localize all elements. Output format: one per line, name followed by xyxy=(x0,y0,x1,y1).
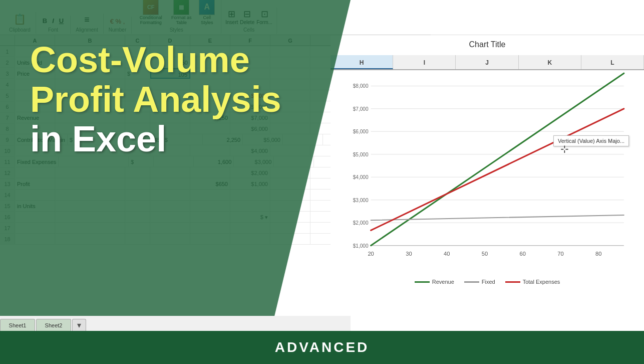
legend-label-fixed: Fixed xyxy=(482,279,495,285)
cursor-icon: ⊹ xyxy=(560,143,569,155)
legend-line-total-expenses xyxy=(505,281,520,283)
svg-text:70: 70 xyxy=(557,251,563,257)
bottom-bar: ADVANCED xyxy=(0,331,644,364)
sheet-tab-1[interactable]: Sheet1 xyxy=(0,319,35,331)
svg-text:60: 60 xyxy=(520,251,526,257)
svg-line-20 xyxy=(371,215,624,220)
main-container: 📋 Clipboard B I U Font ≡ Alignment xyxy=(0,0,644,364)
legend-total-expenses: Total Expenses xyxy=(505,279,560,285)
svg-text:$4,000: $4,000 xyxy=(353,174,369,180)
svg-text:$8,000: $8,000 xyxy=(353,83,369,89)
svg-text:40: 40 xyxy=(444,251,450,257)
chart-area: Chart Title $9,000 $8,000 $7,000 xyxy=(331,35,644,331)
add-sheet-button[interactable]: ▾ xyxy=(72,319,86,331)
legend-revenue: Revenue xyxy=(415,279,454,285)
svg-text:$3,000: $3,000 xyxy=(353,198,369,203)
col-header-J: J xyxy=(456,55,518,69)
chart-title: Chart Title xyxy=(341,40,634,49)
svg-text:$6,000: $6,000 xyxy=(353,129,369,134)
col-header-K: K xyxy=(519,55,581,69)
svg-line-21 xyxy=(371,109,624,230)
svg-text:$7,000: $7,000 xyxy=(353,106,369,112)
col-header-L: L xyxy=(581,55,644,69)
chart-inner: Chart Title $9,000 $8,000 $7,000 xyxy=(331,35,644,331)
legend-line-revenue xyxy=(415,281,430,283)
svg-text:$2,000: $2,000 xyxy=(353,220,369,226)
right-col-headers: H I J K L xyxy=(331,55,644,70)
chart-svg: $9,000 $8,000 $7,000 $6,000 $5,000 $4,00… xyxy=(341,54,634,275)
legend-fixed: Fixed xyxy=(464,279,495,285)
svg-text:20: 20 xyxy=(368,251,374,257)
svg-text:30: 30 xyxy=(406,251,412,257)
legend-line-fixed xyxy=(464,281,479,283)
svg-text:$5,000: $5,000 xyxy=(353,152,369,157)
sheet-tab-2[interactable]: Sheet2 xyxy=(36,319,71,331)
svg-text:$1,000: $1,000 xyxy=(353,243,369,249)
legend-label-revenue: Revenue xyxy=(432,279,454,285)
svg-text:80: 80 xyxy=(595,251,601,257)
legend-label-total-expenses: Total Expenses xyxy=(523,279,560,285)
bottom-bar-label: ADVANCED xyxy=(275,339,370,355)
svg-text:50: 50 xyxy=(482,251,488,257)
chart-legend: Revenue Fixed Total Expenses xyxy=(341,279,634,285)
col-header-I: I xyxy=(393,55,456,69)
chart-svg-container: $9,000 $8,000 $7,000 $6,000 $5,000 $4,00… xyxy=(341,54,634,275)
col-header-H: H xyxy=(331,55,393,69)
sheet-tabs: Sheet1 Sheet2 ▾ xyxy=(0,316,351,331)
